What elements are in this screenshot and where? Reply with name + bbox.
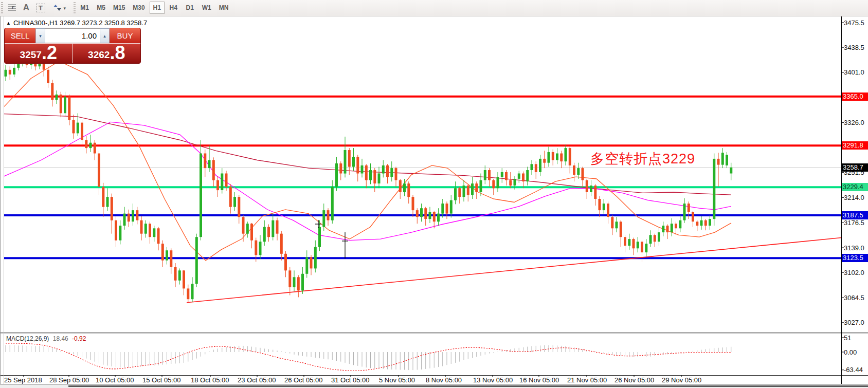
price-level-badge: 3123.5 <box>842 254 868 262</box>
time-tick-label: 25 Sep 2018 <box>4 376 42 384</box>
time-tick-label: 8 Nov 05:00 <box>426 376 462 384</box>
chevron-down-icon: ▾ <box>39 33 42 39</box>
macd-indicator-label: MACD(12,26,9) 18.46 -0.92 <box>6 335 86 342</box>
volume-increase-button[interactable]: ▴ <box>100 28 110 43</box>
timeframe-button-H4[interactable]: H4 <box>166 2 181 14</box>
price-level-badge: 3365.0 <box>842 93 868 101</box>
time-tick-label: 10 Oct 05:00 <box>96 376 134 384</box>
timeframe-button-D1[interactable]: D1 <box>183 2 197 14</box>
price-level-badge: 3229.4 <box>842 183 868 191</box>
symbol-ohlc-text: CHINA300-,H1 3269.7 3273.2 3250.8 3258.7 <box>13 19 147 27</box>
text-tool-button[interactable]: A <box>20 2 33 14</box>
trading-app-window: F A T ▾ M1M5M15M30H1H4D1W1MN ▲CHINA300-,… <box>0 0 868 388</box>
macd-signal-value: -0.92 <box>72 335 86 342</box>
time-tick-label: 15 Oct 05:00 <box>142 376 180 384</box>
time-tick-label: 21 Nov 05:00 <box>567 376 607 384</box>
time-tick-label: 26 Nov 05:00 <box>614 376 654 384</box>
chart-symbol-title: ▲CHINA300-,H1 3269.7 3273.2 3250.8 3258.… <box>6 19 147 27</box>
price-tick-label: 3102.0 <box>844 269 867 276</box>
buy-price[interactable]: 3262.8 <box>73 44 141 63</box>
time-tick-label: 13 Nov 05:00 <box>473 376 513 384</box>
candles-layer <box>5 51 733 302</box>
time-tick-label: 18 Oct 05:00 <box>191 376 229 384</box>
toolbar-separator <box>74 2 76 13</box>
toolbar-grip[interactable] <box>1 2 3 13</box>
timeframe-button-M1[interactable]: M1 <box>77 2 92 14</box>
horizontal-scrollbar[interactable] <box>0 384 868 388</box>
timeframe-button-M15[interactable]: M15 <box>110 2 128 14</box>
price-tick-label: 3176.5 <box>844 219 867 227</box>
one-click-trading-panel: SELL ▾ ▴ BUY 3257.2 3262.8 <box>4 28 141 64</box>
time-tick-label: 31 Oct 05:00 <box>331 376 369 384</box>
sell-price[interactable]: 3257.2 <box>5 44 73 63</box>
macd-tick-label: 51 <box>844 334 867 342</box>
toolbar: F A T ▾ M1M5M15M30H1H4D1W1MN <box>0 0 868 16</box>
indicators-button[interactable]: F <box>5 2 19 14</box>
text-tool-icon: A <box>23 3 29 12</box>
indicator-list-icon: F <box>8 4 16 11</box>
macd-signal-line <box>6 343 731 371</box>
price-tick-label: 3139.0 <box>844 244 867 252</box>
chevron-down-icon: ▾ <box>64 6 66 11</box>
macd-layer <box>6 345 731 370</box>
arrange-arrows-icon <box>53 4 62 12</box>
price-tick-label: 3027.0 <box>844 319 867 326</box>
time-tick-label: 28 Sep 05:00 <box>49 376 89 384</box>
timeframe-button-M30[interactable]: M30 <box>130 2 148 14</box>
timeframe-button-M5[interactable]: M5 <box>94 2 109 14</box>
macd-tick-label: 0.00 <box>844 348 867 356</box>
scrollbar-thumb[interactable] <box>68 385 868 387</box>
timeframe-button-H1[interactable]: H1 <box>150 2 165 14</box>
macd-main-value: 18.46 <box>53 335 68 342</box>
price-tick-label: 3214.0 <box>844 194 867 201</box>
price-tick-label: 3326.0 <box>844 119 867 126</box>
timeframe-button-MN[interactable]: MN <box>216 2 232 14</box>
time-tick-label: 23 Oct 05:00 <box>238 376 276 384</box>
time-tick-label: 26 Oct 05:00 <box>284 376 322 384</box>
arrange-objects-button[interactable]: ▾ <box>50 2 69 14</box>
chevron-up-icon: ▴ <box>103 33 106 39</box>
sell-button[interactable]: SELL <box>5 28 35 43</box>
price-level-badge: 3258.7 <box>842 163 868 172</box>
volume-decrease-button[interactable]: ▾ <box>35 28 45 43</box>
time-tick-label: 29 Nov 05:00 <box>662 376 701 384</box>
price-level-badge: 3187.5 <box>842 211 868 219</box>
price-tick-label: 3475.5 <box>844 19 867 27</box>
volume-input[interactable] <box>45 28 100 43</box>
macd-name: MACD(12,26,9) <box>6 335 49 342</box>
time-tick-label: 5 Nov 05:00 <box>379 376 415 384</box>
textbox-icon: T <box>36 4 45 12</box>
price-tick-label: 3064.5 <box>844 294 867 302</box>
buy-button[interactable]: BUY <box>110 28 140 43</box>
price-level-badge: 3291.8 <box>842 141 868 150</box>
collapse-triangle-icon[interactable]: ▲ <box>6 21 11 26</box>
time-tick-label: 16 Nov 05:00 <box>519 376 559 384</box>
ma-mid-magenta <box>4 122 731 240</box>
price-tick-label: 3401.0 <box>844 68 867 76</box>
chart-annotation-text: 多空转折点3229 <box>590 150 695 168</box>
price-tick-label: 3438.5 <box>844 44 867 51</box>
macd-tick-label: -63.44 <box>844 366 867 374</box>
textbox-tool-button[interactable]: T <box>34 2 47 14</box>
timeframe-button-W1[interactable]: W1 <box>199 2 214 14</box>
timeframe-toolbar: M1M5M15M30H1H4D1W1MN <box>77 2 231 14</box>
